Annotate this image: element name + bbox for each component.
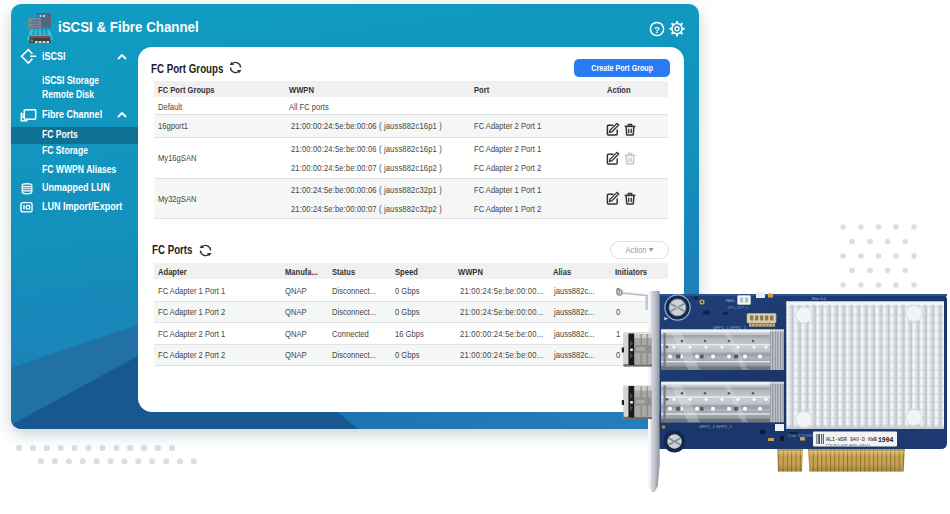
svg-text:1904: 1904 [878, 437, 894, 444]
svg-text:Rev:1.0: Rev:1.0 [812, 296, 827, 301]
svg-text:P/N:HLI-WSR-9AVD-190412: P/N:HLI-WSR-9AVD-190412 [826, 443, 870, 447]
svg-text:QNAP SYSTEMS: QNAP SYSTEMS [788, 434, 813, 438]
svg-text:?: ? [654, 24, 660, 35]
svg-text:SFP1_2 SFP2_2: SFP1_2 SFP2_2 [699, 424, 733, 429]
svg-text:J5P3_J5P5_1: J5P3_J5P5_1 [727, 306, 748, 310]
svg-text:SFP1_1 SFP2_1: SFP1_1 SFP2_1 [713, 325, 747, 330]
svg-text:FAN1: FAN1 [726, 299, 735, 303]
